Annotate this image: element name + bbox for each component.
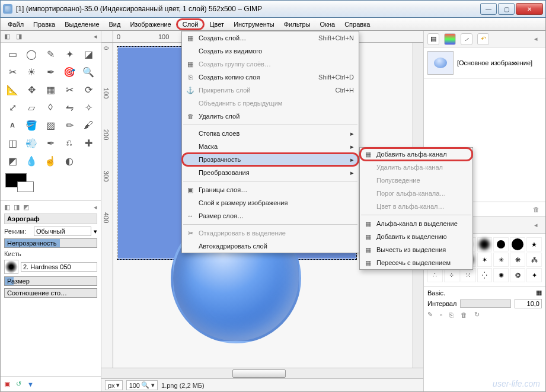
brush-item[interactable]: ★ [526,237,542,251]
brush-item[interactable]: ✦ [526,268,542,282]
tool-zoom[interactable]: 🔍 [80,64,97,79]
layer-thumbnail[interactable] [427,51,454,75]
tool-scale[interactable]: ⤢ [4,100,21,115]
menu-item[interactable]: Автокадрировать слой [182,240,359,253]
brush-item[interactable]: ✶ [477,253,493,267]
menu-file[interactable]: Файл [3,19,28,30]
dock-menu-arrow[interactable]: ◂ [530,33,542,45]
menu-item[interactable]: ↔Размер слоя… [182,209,359,222]
brush-item[interactable]: ❂ [510,268,525,282]
layer-row[interactable]: [Основное изображение] [424,47,545,79]
tool-eraser[interactable]: ◫ [4,135,21,151]
brush-item[interactable] [510,237,525,251]
tool-gradient[interactable]: ▨ [42,117,59,133]
tool-airbrush[interactable]: 💨 [23,135,40,151]
menu-item[interactable]: Прозрачность▸ [182,153,359,166]
window-maximize-button[interactable]: ▢ [498,3,515,15]
opts-tab-icon[interactable]: ◨ [14,203,20,211]
menu-view[interactable]: Вид [104,19,126,30]
menu-select[interactable]: Выделение [60,19,104,30]
brush-preview[interactable] [4,260,18,274]
tool-brush[interactable]: 🖌 [80,117,97,133]
tab-undo-icon[interactable]: ↶ [477,33,489,45]
tool-shear[interactable]: ▱ [23,100,40,115]
window-close-button[interactable]: ✕ [516,3,543,15]
brush-new-icon[interactable]: ▫ [440,311,442,318]
color-swatches[interactable] [1,171,101,200]
tool-crop[interactable]: ✂ [61,82,78,97]
menu-item[interactable]: ▦Добавить альфа-канал [360,148,472,161]
brush-edit-icon[interactable]: ✎ [427,311,433,318]
opts-tab-icon[interactable]: ◩ [23,203,29,211]
toolbox-menu-arrow[interactable]: ◂ [94,33,97,40]
brush-name[interactable]: 2. Hardness 050 [21,262,97,272]
layer-name[interactable]: [Основное изображение] [457,59,542,66]
menu-item[interactable]: Стопка слоев▸ [182,127,359,140]
brush-item[interactable]: ∴ [427,268,443,282]
menu-item[interactable]: ▦Альфа-канал в выделение [360,217,472,230]
tool-text[interactable]: A [4,117,21,133]
menu-tools[interactable]: Инструменты [229,19,279,30]
tool-foreground[interactable]: ☀ [23,64,40,79]
interval-value[interactable]: 10,0 [515,299,542,308]
tool-measure[interactable]: 📐 [4,82,21,97]
vertical-ruler[interactable]: 0 100 200 300 400 [101,43,113,368]
mode-select[interactable]: Обычный [34,227,91,236]
tab-channels-icon[interactable] [444,33,456,45]
menu-item[interactable]: ▣Границы слоя… [182,183,359,196]
menu-image[interactable]: Изображение [125,19,175,30]
mode-arrow-icon[interactable]: ▾ [94,228,97,235]
window-minimize-button[interactable]: — [480,3,497,15]
brush-item[interactable] [493,237,509,251]
toolbox-tab-icon[interactable]: ◨ [16,33,22,40]
tool-align[interactable]: ▦ [42,82,59,97]
tool-perspective[interactable]: ◊ [42,100,59,115]
tool-flip[interactable]: ⇋ [61,100,78,115]
horizontal-scrollbar[interactable] [101,368,423,378]
tool-dodge[interactable]: ◐ [61,153,78,168]
menu-item[interactable]: ▦Добавить к выделению [360,230,472,243]
unit-select[interactable]: px ▾ [105,380,123,390]
brush-dup-icon[interactable]: ⎘ [449,311,454,318]
brush-view-icon[interactable]: ▦ [536,289,542,297]
opts-tab-icon[interactable]: ◧ [4,203,10,211]
tool-by-color[interactable]: ◪ [80,46,97,62]
tool-clone[interactable]: ⎌ [61,135,78,151]
tool-scissors[interactable]: ✂ [4,64,21,79]
opacity-slider[interactable]: Непрозрачность [4,238,97,248]
menu-item[interactable]: 🗑Удалить слой [182,110,359,123]
zoom-select[interactable]: 100🔍 ▾ [126,380,158,390]
menu-item[interactable]: Слой к размеру изображения [182,196,359,209]
menu-filters[interactable]: Фильтры [279,19,315,30]
opts-menu-arrow[interactable]: ◂ [94,203,97,211]
menu-windows[interactable]: Окна [315,19,340,30]
brush-refresh-icon[interactable]: ↻ [474,311,480,318]
menu-color[interactable]: Цвет [205,19,229,30]
menu-layer[interactable]: Слой [176,18,205,30]
brush-item[interactable]: ⁘ [444,268,459,282]
tab-paths-icon[interactable]: ⟋ [461,33,472,45]
tool-move[interactable]: ✥ [23,82,40,97]
tool-cage[interactable]: ✧ [80,100,97,115]
tab-layers-icon[interactable]: ▤ [427,33,439,45]
brush-item[interactable]: ❋ [510,253,525,267]
tool-rect-select[interactable]: ▭ [4,46,21,62]
tool-free-select[interactable]: ✎ [42,46,59,62]
dock-menu-arrow[interactable]: ◂ [530,219,542,231]
tool-persp-clone[interactable]: ◩ [4,153,21,168]
menu-item[interactable]: Создать из видимого [182,44,359,58]
dock-delete-icon[interactable]: ▼ [27,381,34,388]
menu-help[interactable]: Справка [340,19,375,30]
tool-pencil[interactable]: ✏ [61,117,78,133]
dock-save-icon[interactable]: ▣ [4,380,10,388]
menu-item[interactable]: ▦Создать слой…Shift+Ctrl+N [182,31,359,44]
brush-item[interactable]: ⁛ [477,268,493,282]
dock-reset-icon[interactable]: ↺ [16,380,21,388]
menu-item[interactable]: ▦Пересечь с выделением [360,256,472,269]
tool-bucket[interactable]: 🪣 [23,117,40,133]
tool-rotate[interactable]: ⟳ [80,82,97,97]
ratio-slider[interactable]: Соотношение сто… [4,288,97,298]
brush-del-icon[interactable]: 🗑 [461,311,467,318]
brush-item[interactable]: ✺ [493,268,509,282]
tool-smudge[interactable]: ☝ [42,153,59,168]
